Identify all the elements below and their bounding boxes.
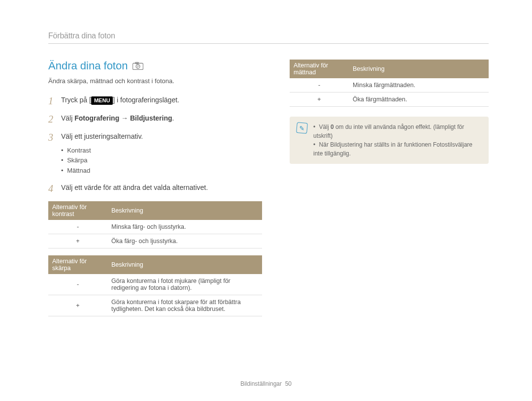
step-4: 4 Välj ett värde för att ändra det valda… [48, 183, 262, 194]
step-num: 3 [48, 132, 61, 143]
note-item: Välj 0 om du inte vill använda någon eff… [313, 123, 482, 140]
note-box: ✎ Välj 0 om du inte vill använda någon e… [290, 117, 489, 164]
table-row: + Öka färg- och ljusstyrka. [48, 234, 262, 248]
td-opt: - [290, 78, 349, 93]
step-num: 4 [48, 183, 61, 194]
note-item: När Bildjustering har ställts in är funk… [313, 140, 482, 158]
step2-post: . [172, 114, 174, 122]
step1-post: ] i fotograferingsläget. [113, 96, 179, 104]
step3-text: Välj ett justeringsalternativ. [61, 132, 143, 140]
td-opt: + [290, 93, 349, 107]
th-skarpa-desc: Beskrivning [107, 255, 262, 274]
bullet-kontrast: Kontrast [61, 146, 143, 156]
td-desc: Göra konturerna i fotot mjukare (lämplig… [107, 274, 262, 295]
table-mattnad: Alternativ för mättnad Beskrivning - Min… [290, 60, 489, 107]
table-row: + Öka färgmättnaden. [290, 93, 489, 107]
step2-pre: Välj [61, 114, 74, 122]
bullet-skarpa: Skärpa [61, 155, 143, 166]
td-opt: - [48, 274, 107, 295]
td-opt: + [48, 295, 107, 316]
td-desc: Göra konturerna i fotot skarpare för att… [107, 295, 262, 316]
table-kontrast: Alternativ för kontrast Beskrivning - Mi… [48, 201, 262, 248]
step-num: 2 [48, 114, 61, 125]
breadcrumb: Förbättra dina foton [48, 31, 489, 44]
table-row: - Göra konturerna i fotot mjukare (lämpl… [48, 274, 262, 295]
section-title-text: Ändra dina foton [48, 60, 128, 72]
menu-button-icon: MENU [91, 96, 113, 105]
table-skarpa: Alternativ för skärpa Beskrivning - Göra… [48, 255, 262, 316]
td-opt: + [48, 234, 107, 248]
td-desc: Öka färgmättnaden. [349, 93, 489, 107]
page-footer: Bildinställningar 50 [0, 380, 532, 387]
td-opt: - [48, 220, 107, 234]
intro-text: Ändra skärpa, mättnad och kontrast i fot… [48, 77, 262, 85]
table-row: - Minska färg- och ljusstyrka. [48, 220, 262, 234]
step-num: 1 [48, 95, 61, 107]
step-3: 3 Välj ett justeringsalternativ. Kontras… [48, 132, 262, 176]
section-title: Ändra dina foton P [48, 60, 262, 72]
step-1: 1 Tryck på [MENU] i fotograferingsläget. [48, 95, 262, 107]
step2-bold: Fotografering → Bildjustering [74, 114, 172, 122]
table-row: - Minska färgmättnaden. [290, 78, 489, 93]
svg-text:P: P [137, 65, 139, 68]
step-2: 2 Välj Fotografering → Bildjustering. [48, 114, 262, 125]
th-kontrast-desc: Beskrivning [107, 201, 262, 220]
footer-page: 50 [285, 380, 292, 387]
td-desc: Öka färg- och ljusstyrka. [107, 234, 262, 248]
table-row: + Göra konturerna i fotot skarpare för a… [48, 295, 262, 316]
camera-icon: P [133, 62, 143, 70]
td-desc: Minska färg- och ljusstyrka. [107, 220, 262, 234]
note-icon: ✎ [296, 122, 308, 134]
step1-pre: Tryck på [ [61, 96, 91, 104]
th-kontrast-opt: Alternativ för kontrast [48, 201, 107, 220]
th-mattnad-desc: Beskrivning [349, 60, 489, 78]
td-desc: Minska färgmättnaden. [349, 78, 489, 93]
bullet-mattnad: Mättnad [61, 166, 143, 176]
step4-text: Välj ett värde för att ändra det valda a… [61, 183, 208, 193]
th-skarpa-opt: Alternativ för skärpa [48, 255, 107, 274]
footer-label: Bildinställningar [240, 380, 282, 387]
th-mattnad-opt: Alternativ för mättnad [290, 60, 349, 78]
